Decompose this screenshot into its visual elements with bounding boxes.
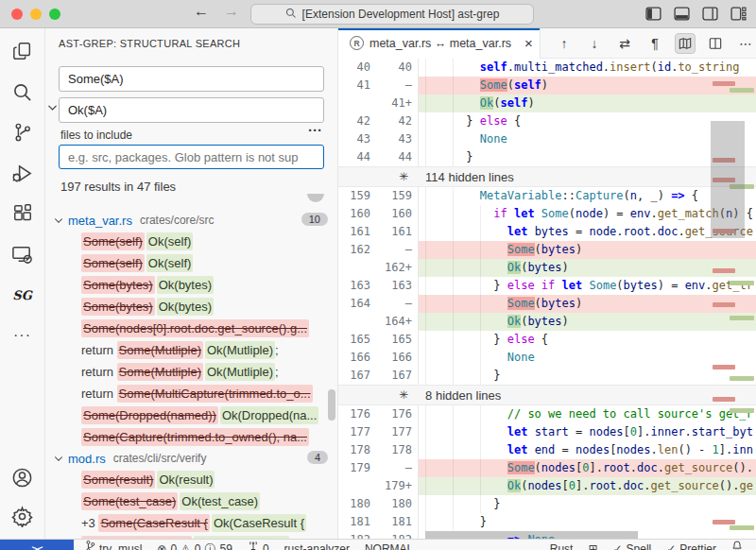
diff-line[interactable]: 163163 } else if let Some(bytes) = env.g…: [338, 277, 756, 295]
pattern-input[interactable]: [59, 66, 324, 92]
toggle-primary-sidebar-icon[interactable]: [645, 6, 662, 22]
diff-line[interactable]: 162+ Ok(bytes): [338, 259, 756, 277]
run-debug-icon[interactable]: [11, 162, 34, 184]
diff-line[interactable]: 4444 }: [338, 148, 756, 166]
code-line[interactable]: }: [418, 495, 756, 513]
code-line[interactable]: }: [418, 148, 756, 166]
inline-view-map-icon[interactable]: [675, 33, 696, 54]
diff-line[interactable]: 41– Some(self): [338, 77, 756, 95]
diff-line[interactable]: 160160 if let Some(node) = env.get_match…: [338, 205, 756, 223]
diff-line[interactable]: 166166 None: [338, 349, 756, 367]
chevron-down-icon[interactable]: [51, 451, 66, 466]
diff-line[interactable]: 162– Some(bytes): [338, 241, 756, 259]
hidden-lines-separator[interactable]: ✳114 hidden lines: [338, 166, 756, 187]
remote-indicator[interactable]: ><: [0, 540, 74, 550]
code-line[interactable]: None: [418, 349, 756, 367]
language-mode-item[interactable]: Rust: [550, 540, 574, 550]
code-line[interactable]: if let Some(node) = env.get_match(n) {: [418, 205, 756, 223]
diff-line[interactable]: 164– Some(bytes): [338, 295, 756, 313]
code-line[interactable]: Some(bytes): [418, 241, 756, 259]
rust-analyzer-item[interactable]: rust-analyzer: [284, 540, 350, 550]
result-row[interactable]: Some(nodes[0].root.doc.get_source().g...: [45, 318, 337, 339]
result-row[interactable]: Some(Capture(trimmed.to_owned(), na...: [45, 426, 337, 448]
diff-line[interactable]: 180180 }: [338, 495, 756, 513]
code-line[interactable]: Ok(nodes[0].root.doc.get_source().ge: [418, 477, 756, 495]
account-icon[interactable]: [11, 466, 34, 489]
chevron-down-icon[interactable]: [51, 213, 66, 228]
diff-line[interactable]: 167167 }: [338, 367, 756, 385]
code-line[interactable]: MetaVariable::Capture(n, _) => {: [418, 187, 756, 205]
result-row[interactable]: return Some(MultiCapture(trimmed.to_o...: [45, 383, 337, 404]
toggle-whitespace-icon[interactable]: ¶: [644, 33, 665, 54]
file-row[interactable]: meta_var.rscrates/core/src10: [45, 210, 337, 231]
go-forward-icon[interactable]: →: [224, 3, 239, 20]
diff-line[interactable]: 161161 let bytes = node.root.doc.get_sou…: [338, 223, 756, 241]
command-center-search[interactable]: [Extension Development Host] ast-grep: [250, 4, 534, 25]
close-tab-icon[interactable]: ×: [524, 35, 533, 51]
code-line[interactable]: }: [418, 367, 756, 385]
split-editor-icon[interactable]: [705, 33, 726, 54]
result-row[interactable]: Some(self)Ok(self): [45, 252, 337, 274]
code-line[interactable]: let bytes = node.root.doc.get_source: [418, 223, 756, 241]
code-line[interactable]: Some(bytes): [418, 295, 756, 313]
previous-change-icon[interactable]: ↑: [554, 33, 575, 54]
unfold-icon[interactable]: ✳: [399, 170, 408, 183]
close-window-button[interactable]: [11, 9, 23, 20]
code-line[interactable]: Ok(bytes): [418, 259, 756, 277]
settings-gear-icon[interactable]: [11, 505, 34, 527]
code-line[interactable]: Ok(bytes): [418, 313, 756, 331]
code-line[interactable]: Some(self): [418, 77, 756, 95]
ast-grep-sg-icon[interactable]: SG: [11, 284, 34, 306]
more-actions-icon[interactable]: ⋯: [735, 33, 756, 54]
diff-line[interactable]: 4040 self.multi_matched.insert(id.to_str…: [338, 59, 756, 77]
diff-line[interactable]: 41+ Ok(self): [338, 95, 756, 112]
unfold-icon[interactable]: ✳: [399, 388, 408, 402]
code-line[interactable]: } else {: [418, 112, 756, 130]
problems-item[interactable]: ⊗0 ⚠0 ⓘ59: [157, 540, 232, 550]
next-change-icon[interactable]: ↓: [584, 33, 605, 54]
code-line[interactable]: } else if let Some(bytes) = env.get_tr: [418, 277, 756, 295]
result-row[interactable]: Some(bytes)Ok(bytes): [45, 274, 337, 296]
git-branch-item[interactable]: try_musl: [85, 540, 142, 550]
diff-line[interactable]: 178178 let end = nodes[nodes.len() - 1].…: [338, 441, 756, 459]
customize-layout-icon[interactable]: [730, 6, 747, 22]
hidden-lines-separator[interactable]: ✳8 hidden lines: [338, 385, 756, 405]
extensions-icon[interactable]: [11, 202, 34, 225]
diff-line[interactable]: 181181 }: [338, 513, 756, 531]
diff-line[interactable]: 165165 } else {: [338, 331, 756, 349]
diff-line[interactable]: 176176 // so we need to call source's ge…: [338, 405, 756, 423]
diff-line[interactable]: 177177 let start = nodes[0].inner.start_…: [338, 423, 756, 441]
rewrite-input[interactable]: [59, 97, 324, 123]
swap-diff-sides-icon[interactable]: ⇄: [614, 33, 635, 54]
result-row[interactable]: Some(test_case)Ok(test_case): [45, 490, 337, 512]
diff-line[interactable]: 4343 None: [338, 130, 756, 148]
source-control-icon[interactable]: [11, 121, 34, 144]
spell-checker-item[interactable]: ✓Spell: [613, 540, 652, 550]
result-row[interactable]: return Some(Mutliple)Ok(Mutliple);: [45, 361, 337, 383]
toggle-panel-icon[interactable]: [674, 6, 690, 22]
remote-explorer-icon[interactable]: [11, 243, 34, 266]
diff-line[interactable]: 179– Some(nodes[0].root.doc.get_source()…: [338, 459, 756, 477]
prettier-item[interactable]: ✓Prettier: [666, 540, 716, 550]
code-line[interactable]: None: [418, 130, 756, 148]
result-row[interactable]: +3 Some(CaseResult {Ok(CaseResult {: [45, 512, 337, 534]
tab-meta-var-diff[interactable]: R meta_var.rs ↔ meta_var.rs ×: [338, 28, 541, 59]
go-back-icon[interactable]: ←: [194, 3, 209, 20]
diff-line[interactable]: 159159 MetaVariable::Capture(n, _) => {: [338, 187, 756, 205]
code-line[interactable]: } else {: [418, 331, 756, 349]
notifications-bell-icon[interactable]: [731, 540, 743, 550]
code-line[interactable]: let start = nodes[0].inner.start_byt: [418, 423, 756, 441]
result-row[interactable]: Some(Dropped(named))Ok(Dropped(na...: [45, 404, 337, 426]
diff-line[interactable]: 182182 => None: [338, 531, 756, 539]
ports-item[interactable]: 0: [248, 540, 269, 550]
diff-line[interactable]: 179+ Ok(nodes[0].root.doc.get_source().g…: [338, 477, 756, 495]
code-line[interactable]: }: [418, 513, 756, 531]
result-row[interactable]: return Some(Mutliple)Ok(Mutliple);: [45, 339, 337, 361]
code-line[interactable]: => None: [418, 531, 756, 539]
explorer-copy-icon[interactable]: [11, 40, 34, 62]
code-line[interactable]: // so we need to call source's get_r: [418, 405, 756, 423]
files-to-include-input[interactable]: [59, 145, 324, 169]
toggle-secondary-sidebar-icon[interactable]: [702, 6, 718, 22]
code-line[interactable]: let end = nodes[nodes.len() - 1].inn: [418, 441, 756, 459]
result-row[interactable]: Some(self)Ok(self): [45, 231, 337, 252]
